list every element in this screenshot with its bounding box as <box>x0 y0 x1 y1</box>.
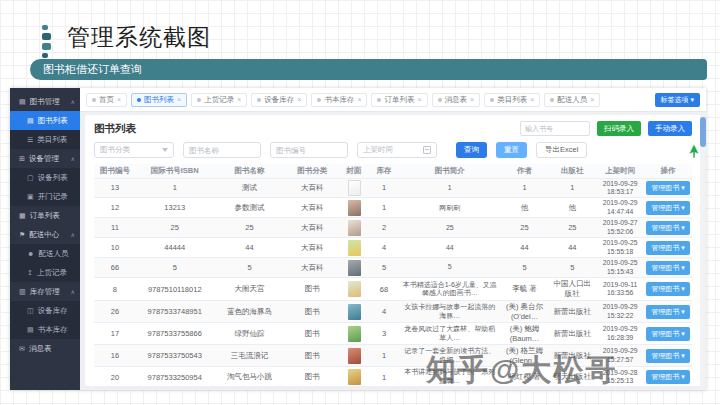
book-code-entry-input[interactable] <box>520 121 590 136</box>
cell-publisher: 他 <box>548 198 596 218</box>
cell-shelf-time: 2019-09-11 16:33:56 <box>596 278 644 301</box>
tab-close-icon[interactable]: × <box>417 96 421 103</box>
manage-book-button[interactable]: 管理图书 ▾ <box>646 241 689 255</box>
sidebar-item[interactable]: ▦ 订单列表 <box>10 206 80 225</box>
tab-close-icon[interactable]: × <box>177 96 181 103</box>
panel-title: 图书列表 <box>94 122 136 136</box>
filter-bar: 图书分类 上架时间 查询 重置 导出Excel <box>94 142 692 158</box>
manage-book-button[interactable]: 管理图书 ▾ <box>646 261 689 275</box>
table-row: 8 9787510118012 大闹天宫 图书 68 本书精选适合1-6岁儿童、… <box>94 278 692 301</box>
book-cover <box>348 326 361 342</box>
export-excel-button[interactable]: 导出Excel <box>536 142 587 158</box>
manual-entry-button[interactable]: 手动录入 <box>648 121 692 136</box>
sidebar-item-label: 图书管理 <box>30 97 60 107</box>
reset-button[interactable]: 重置 <box>496 142 527 158</box>
scan-entry-button[interactable]: 扫码录入 <box>597 121 641 136</box>
book-name-input[interactable] <box>183 142 261 158</box>
cell-author: (美) 奥台尔 (O'del… <box>501 301 549 323</box>
tag-options-button[interactable]: 标签选项 ▾ <box>655 93 700 107</box>
table-header-cell: 作者 <box>501 164 549 178</box>
cell-shelf-time: 2019-09-27 15:52:06 <box>596 218 644 238</box>
sidebar-item[interactable]: ◫ 设备库存 <box>10 301 80 320</box>
page-tab[interactable]: 书本库存 × <box>311 93 367 107</box>
page-tab[interactable]: 设备库存 × <box>251 93 307 107</box>
query-button[interactable]: 查询 <box>456 142 487 158</box>
admin-app-window: ▤ 图书管理 ∧ ▤ 图书列表 ☰ 类目列表 ⊞ <box>10 88 706 390</box>
manage-book-button[interactable]: 管理图书 ▾ <box>646 282 689 296</box>
table-row: 17 9787533755866 绿野仙踪 图书 3 龙卷风吹过了大森林、帮助稻… <box>94 323 692 345</box>
cell-book-no: 13 <box>94 178 136 198</box>
tab-close-icon[interactable]: × <box>590 96 594 103</box>
cell-category: 大百科 <box>285 238 339 258</box>
tab-label: 图书列表 <box>144 95 174 105</box>
cell-category: 图书 <box>285 345 339 367</box>
tab-close-icon[interactable]: × <box>117 96 121 103</box>
tab-close-icon[interactable]: × <box>357 96 361 103</box>
category-select[interactable]: 图书分类 <box>94 142 174 158</box>
watermark: 知乎@大松哥 <box>426 350 617 391</box>
cell-cover <box>339 345 369 367</box>
cell-intro: 1 <box>399 178 501 198</box>
cell-category: 大百科 <box>285 218 339 238</box>
sidebar-item[interactable]: ▥ 库存管理 ∧ <box>10 282 80 301</box>
cell-category: 图书 <box>285 278 339 301</box>
cell-book-no: 66 <box>94 258 136 278</box>
manage-book-button[interactable]: 管理图书 ▾ <box>646 221 689 235</box>
sidebar-item[interactable]: ▤ 图书列表 <box>10 111 80 130</box>
cell-operation: 管理图书 ▾ <box>644 323 692 345</box>
section-banner: 图书柜借还订单查询 <box>30 59 707 80</box>
manage-book-button[interactable]: 管理图书 ▾ <box>646 349 689 363</box>
page-tab[interactable]: 类目列表 × <box>484 93 540 107</box>
cell-publisher: 新蕾出版社 <box>548 323 596 345</box>
tab-close-icon[interactable]: × <box>297 96 301 103</box>
mouse-cursor-icon <box>689 144 699 162</box>
tab-close-icon[interactable]: × <box>470 96 474 103</box>
sidebar-item-label: 消息表 <box>29 344 52 354</box>
manage-book-button[interactable]: 管理图书 ▾ <box>646 181 689 195</box>
page-tab[interactable]: 上货记录 × <box>191 93 247 107</box>
manage-book-button[interactable]: 管理图书 ▾ <box>646 370 689 384</box>
sidebar-item[interactable]: ⚑ 配送中心 ∧ <box>10 225 80 244</box>
cell-book-no: 8 <box>94 278 136 301</box>
page-tab[interactable]: 消息表 × <box>432 93 481 107</box>
sidebar-item[interactable]: ⊞ 设备管理 ∧ <box>10 149 80 168</box>
vertical-scrollbar[interactable] <box>700 113 706 388</box>
sidebar-item[interactable]: ▤ 书本库存 <box>10 320 80 339</box>
manage-book-button[interactable]: 管理图书 ▾ <box>646 305 689 319</box>
shelf-date-picker[interactable]: 上架时间 <box>357 142 437 158</box>
cell-stock: 4 <box>369 238 399 258</box>
cell-publisher: 25 <box>548 218 596 238</box>
table-header-cell: 图书名称 <box>214 164 286 178</box>
cell-publisher: 1 <box>548 178 596 198</box>
manage-book-button[interactable]: 管理图书 ▾ <box>646 201 689 215</box>
sidebar-item-icon: ✉ <box>19 345 25 353</box>
sidebar-item[interactable]: ☻ 配送人员 <box>10 244 80 263</box>
cell-isbn: 5 <box>136 258 214 278</box>
tab-label: 配送人员 <box>557 95 587 105</box>
cell-isbn: 9787510118012 <box>136 278 214 301</box>
sidebar-item[interactable]: ▤ 图书管理 ∧ <box>10 92 80 111</box>
slide-title: 管理系统截图 <box>67 22 211 53</box>
cell-author: 5 <box>501 258 549 278</box>
cell-author: 44 <box>501 238 549 258</box>
page-tab[interactable]: 配送人员 × <box>544 93 600 107</box>
tab-close-icon[interactable]: × <box>530 96 534 103</box>
cell-intro: 本书精选适合1-6岁儿童、又温馨感人的图画书… <box>399 278 501 301</box>
page-tab[interactable]: 订单列表 × <box>371 93 427 107</box>
tab-close-icon[interactable]: × <box>237 96 241 103</box>
book-cover <box>348 304 361 320</box>
sidebar-item[interactable]: ▣ 开门记录 <box>10 187 80 206</box>
main-area: 首页 × 图书列表 × 上货记录 × <box>80 88 706 390</box>
sidebar-item[interactable]: ↥ 上货记录 <box>10 263 80 282</box>
cell-category: 大百科 <box>285 258 339 278</box>
manage-book-button[interactable]: 管理图书 ▾ <box>646 327 689 341</box>
book-no-input[interactable] <box>270 142 348 158</box>
sidebar-item[interactable]: ✉ 消息表 <box>10 339 80 358</box>
page-tab[interactable]: 图书列表 × <box>131 93 187 107</box>
page-tab[interactable]: 首页 × <box>86 93 127 107</box>
sidebar-item[interactable]: ▢ 设备列表 <box>10 168 80 187</box>
sidebar-item-icon: ▢ <box>27 174 34 182</box>
sidebar-item[interactable]: ☰ 类目列表 <box>10 130 80 149</box>
scrollbar-thumb[interactable] <box>700 117 706 147</box>
sidebar-item-label: 图书列表 <box>38 116 68 126</box>
